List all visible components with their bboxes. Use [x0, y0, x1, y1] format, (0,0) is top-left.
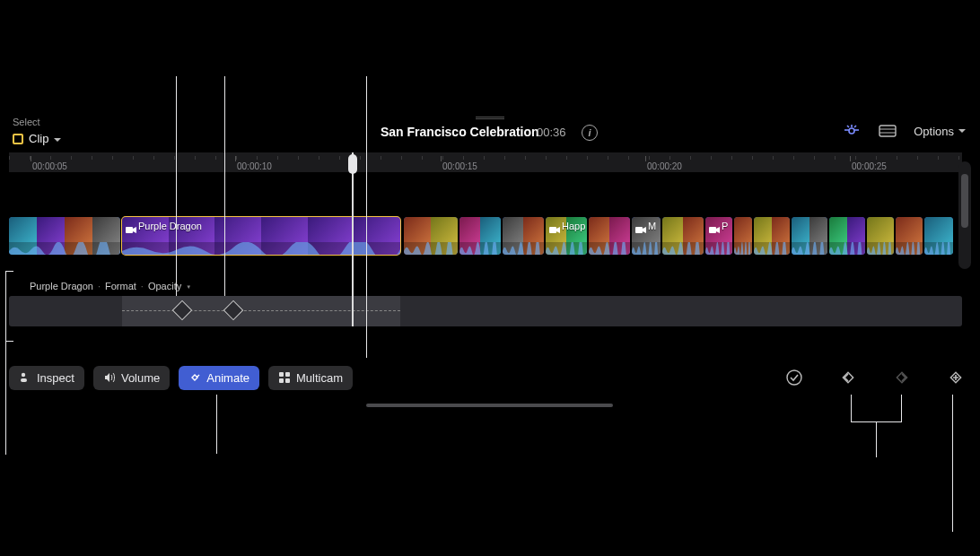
keyframe-clip-region [122, 296, 400, 326]
svg-rect-7 [21, 378, 27, 382]
clip[interactable] [896, 217, 923, 255]
multicam-icon [278, 371, 291, 384]
keyframe-param-breadcrumb[interactable]: Purple Dragon · Format · Opacity ▼ [30, 281, 191, 291]
clip[interactable] [754, 217, 790, 255]
vertical-scrollbar[interactable] [958, 161, 971, 269]
chevron-updown-icon [54, 138, 61, 145]
video-icon [126, 222, 136, 230]
svg-rect-10 [279, 378, 284, 383]
chevron-down-icon [958, 129, 966, 136]
project-title: San Francisco Celebration [381, 125, 539, 139]
video-icon [709, 222, 720, 230]
clip[interactable] [734, 217, 752, 255]
clip[interactable]: P [705, 217, 732, 255]
select-mode-value: Clip [29, 132, 48, 145]
video-icon [635, 222, 646, 230]
video-icon [549, 222, 560, 230]
callout-line [952, 395, 953, 532]
options-label: Options [914, 125, 954, 138]
ruler-tick: 00:00:15 [442, 161, 477, 171]
keyframes-icon [188, 371, 201, 384]
project-duration: 00:36 [537, 126, 566, 139]
svg-rect-5 [709, 227, 716, 233]
svg-rect-3 [549, 227, 556, 233]
callout-line [224, 76, 225, 296]
connected-clips-icon[interactable] [842, 123, 862, 139]
info-icon[interactable]: i [582, 125, 598, 141]
callout-line [176, 76, 177, 296]
scrollbar-thumb[interactable] [961, 174, 968, 228]
ruler-tick: 00:00:10 [237, 161, 272, 171]
svg-rect-4 [635, 227, 643, 233]
callout-line [876, 421, 877, 457]
clip[interactable] [867, 217, 894, 255]
timeline-drag-handle[interactable] [476, 115, 504, 120]
callout-line [851, 395, 852, 421]
done-button[interactable] [784, 368, 804, 387]
clip-label: Purple Dragon [138, 221, 202, 231]
svg-point-12 [787, 370, 801, 385]
clip[interactable] [829, 217, 865, 255]
ruler-tick: 00:00:20 [647, 161, 682, 171]
clip[interactable] [662, 217, 704, 255]
timeline-zoom-bar[interactable] [366, 404, 613, 407]
clip-label: Happ [562, 221, 585, 231]
add-keyframe-button[interactable] [946, 368, 966, 387]
select-mode-popup[interactable]: Clip [13, 132, 61, 145]
clip[interactable] [792, 217, 827, 255]
svg-rect-2 [126, 227, 133, 233]
keyframe-group: Format [105, 281, 136, 291]
svg-rect-11 [285, 378, 290, 383]
timeline-lane[interactable]: Purple DragonHappMP [9, 217, 962, 255]
parameter-value-line[interactable] [122, 310, 400, 311]
timeline-ruler[interactable]: 00:00:0500:00:1000:00:1500:00:2000:00:25 [9, 152, 962, 172]
ruler-tick: 00:00:25 [852, 161, 887, 171]
options-menu[interactable]: Options [914, 125, 966, 138]
inspect-icon [19, 371, 31, 384]
callout-line [5, 271, 13, 272]
clip[interactable] [503, 217, 544, 255]
clip-swatch-icon [13, 134, 23, 144]
clip[interactable] [9, 217, 120, 255]
callout-line [366, 76, 367, 358]
playhead-knob[interactable] [348, 154, 357, 174]
index-icon[interactable] [878, 123, 897, 139]
clip-label: P [722, 221, 728, 231]
volume-icon [103, 371, 116, 384]
prev-keyframe-button[interactable] [838, 368, 858, 387]
clip[interactable] [924, 217, 953, 255]
clip[interactable]: M [632, 217, 661, 255]
clip[interactable] [589, 217, 630, 255]
volume-button[interactable]: Volume [93, 366, 170, 390]
chevron-down-icon: ▼ [186, 284, 191, 290]
svg-rect-9 [285, 372, 290, 377]
svg-rect-8 [279, 372, 284, 377]
callout-line [5, 341, 13, 342]
clip[interactable]: Happ [546, 217, 587, 255]
clip[interactable] [404, 217, 458, 255]
inspect-button[interactable]: Inspect [9, 366, 84, 390]
multicam-button[interactable]: Multicam [268, 366, 353, 390]
keyframe-clip-name: Purple Dragon [30, 281, 93, 291]
callout-line [216, 395, 217, 454]
clip-label: M [648, 221, 656, 231]
ruler-tick: 00:00:05 [32, 161, 67, 171]
keyframe-editor[interactable] [9, 296, 962, 326]
next-keyframe-button[interactable] [892, 368, 912, 387]
svg-point-0 [849, 128, 854, 134]
callout-line [5, 271, 6, 455]
callout-line [901, 395, 902, 421]
svg-point-6 [22, 373, 25, 377]
playhead[interactable] [352, 152, 354, 326]
clip[interactable] [459, 217, 501, 255]
clip[interactable]: Purple Dragon [122, 217, 400, 255]
select-mode-label: Select [13, 117, 40, 127]
svg-rect-1 [879, 126, 896, 136]
animate-button[interactable]: Animate [179, 366, 259, 390]
